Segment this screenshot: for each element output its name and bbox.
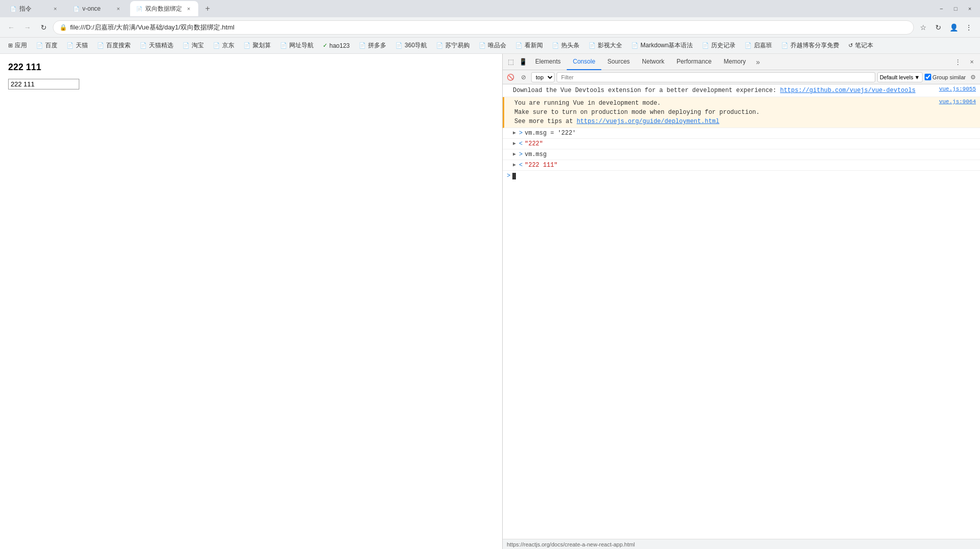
bookmark-360[interactable]: 📄 360导航 bbox=[391, 40, 431, 52]
console-context-select[interactable]: top bbox=[531, 72, 555, 82]
bookmark-nav[interactable]: 📄 网址导航 bbox=[276, 40, 318, 52]
bookmark-pinduoduo-label: 拼多多 bbox=[368, 41, 386, 50]
bookmark-apps[interactable]: ⊞ 应用 bbox=[4, 40, 31, 52]
bookmark-history[interactable]: 📄 历史记录 bbox=[698, 40, 740, 52]
address-text: file:///D:/启嘉班/大前满/Vue基础/day1/双向数据绑定.htm… bbox=[70, 23, 907, 32]
group-similar-checkbox[interactable] bbox=[925, 74, 931, 80]
tab-active[interactable]: 📄 双向数据绑定 × bbox=[130, 1, 198, 16]
bookmark-star-button[interactable]: ☆ bbox=[916, 20, 930, 35]
console-clear-button[interactable]: 🚫 bbox=[505, 72, 516, 83]
tab-performance[interactable]: Performance bbox=[670, 54, 718, 70]
vue-devtools-link[interactable]: https://github.com/vuejs/vue-devtools bbox=[780, 87, 915, 94]
bookmark-jingdong[interactable]: 📄 京东 bbox=[209, 40, 238, 52]
bookmark-qiaoyue-label: 乔越博客分享免费 bbox=[790, 41, 839, 50]
qijia-icon: 📄 bbox=[745, 42, 752, 49]
tab-close-active[interactable]: × bbox=[185, 5, 192, 13]
bookmark-pinduoduo[interactable]: 📄 拼多多 bbox=[355, 40, 390, 52]
tab-console-label: Console bbox=[573, 58, 595, 65]
tab-console[interactable]: Console bbox=[567, 54, 601, 70]
menu-button[interactable]: ⋮ bbox=[962, 20, 976, 35]
console-entry-devmode-text: You are running Vue in development mode.… bbox=[514, 99, 939, 126]
vue-devmode-file[interactable]: vue.js:9064 bbox=[939, 99, 976, 105]
tab-overflow-button[interactable]: » bbox=[752, 58, 764, 66]
expand-arrow-2[interactable]: ▶ bbox=[513, 140, 516, 146]
bookmark-vipshop[interactable]: 📄 唯品会 bbox=[475, 40, 510, 52]
qiaoyue-icon: 📄 bbox=[781, 42, 788, 49]
tab-memory[interactable]: Memory bbox=[718, 54, 752, 70]
refresh-button[interactable]: ↻ bbox=[37, 20, 51, 35]
suning-icon: 📄 bbox=[436, 42, 443, 49]
devtools-more-button[interactable]: ⋮ bbox=[952, 56, 964, 68]
vue-devtools-file[interactable]: vue.js:9055 bbox=[939, 86, 976, 92]
devtools-inspect-button[interactable]: ⬚ bbox=[505, 56, 517, 68]
tab-vonce[interactable]: 📄 v-once × bbox=[67, 1, 128, 16]
console-entry-vmmsg-get: ▶ > vm.msg bbox=[503, 149, 980, 160]
address-bar[interactable]: 🔒 file:///D:/启嘉班/大前满/Vue基础/day1/双向数据绑定.h… bbox=[53, 20, 914, 35]
close-button[interactable]: × bbox=[964, 3, 976, 15]
baidu-icon: 📄 bbox=[36, 42, 43, 49]
hao123-icon: ✓ bbox=[323, 42, 327, 49]
bookmark-notebook[interactable]: ↺ 笔记本 bbox=[844, 40, 877, 52]
console-levels-arrow: ▼ bbox=[914, 74, 920, 80]
devtools-device-button[interactable]: 📱 bbox=[517, 56, 529, 68]
console-filter-input[interactable] bbox=[557, 72, 875, 82]
tab-title-active: 双向数据绑定 bbox=[145, 5, 182, 13]
maximize-button[interactable]: □ bbox=[950, 3, 962, 15]
bookmark-baidu[interactable]: 📄 百度 bbox=[32, 40, 62, 52]
vue-deployment-link[interactable]: https://vuejs.org/guide/deployment.html bbox=[576, 118, 719, 125]
bookmark-tianmao[interactable]: 📄 天猫 bbox=[63, 40, 92, 52]
console-filter-button[interactable]: ⊘ bbox=[518, 72, 529, 83]
bookmark-toutiao[interactable]: 📄 热头条 bbox=[548, 40, 584, 52]
tab-close-zhiling[interactable]: × bbox=[52, 5, 59, 13]
tab-network[interactable]: Network bbox=[636, 54, 670, 70]
bookmark-baidu-label: 百度 bbox=[45, 41, 57, 50]
minimize-button[interactable]: − bbox=[935, 3, 947, 15]
bookmark-nav-label: 网址导航 bbox=[289, 41, 314, 50]
devtools-tab-bar: ⬚ 📱 Elements Console Sources Network Per… bbox=[503, 54, 980, 70]
tab-close-vonce[interactable]: × bbox=[115, 5, 122, 13]
devtools-close-button[interactable]: × bbox=[966, 56, 978, 68]
history-icon: 📄 bbox=[702, 42, 709, 49]
bookmark-qiaoyue[interactable]: 📄 乔越博客分享免费 bbox=[777, 40, 843, 52]
bookmark-taobao-label: 淘宝 bbox=[192, 41, 204, 50]
bookmark-taobao[interactable]: 📄 淘宝 bbox=[178, 40, 208, 52]
tab-sources[interactable]: Sources bbox=[601, 54, 636, 70]
bookmark-suning[interactable]: 📄 苏宁易购 bbox=[432, 40, 474, 52]
forward-button[interactable]: → bbox=[20, 20, 35, 35]
expand-arrow-4[interactable]: ▶ bbox=[513, 162, 516, 168]
console-levels-label: Default levels bbox=[880, 74, 913, 80]
bookmark-news[interactable]: 📄 看新闻 bbox=[511, 40, 547, 52]
tab-elements[interactable]: Elements bbox=[529, 54, 567, 70]
bookmark-markdown[interactable]: 📄 Markdown基本语法 bbox=[627, 40, 697, 52]
expand-arrow-3[interactable]: ▶ bbox=[513, 151, 516, 157]
main-area: 222 111 ⬚ 📱 Elements Console Sources Net… bbox=[0, 54, 980, 549]
bookmark-baidu-search[interactable]: 📄 百度搜索 bbox=[93, 40, 135, 52]
history-button[interactable]: ↻ bbox=[931, 20, 945, 35]
bookmark-video[interactable]: 📄 影视大全 bbox=[585, 40, 626, 52]
bookmark-qijia[interactable]: 📄 启嘉班 bbox=[741, 40, 776, 52]
console-entry-result-222-111-text: "222 111" bbox=[525, 162, 558, 169]
browser-window: 📄 指令 × 📄 v-once × 📄 双向数据绑定 × + − □ × ← →… bbox=[0, 0, 980, 549]
bookmark-tianmao-select[interactable]: 📄 天猫精选 bbox=[136, 40, 177, 52]
bookmark-hao123[interactable]: ✓ hao123 bbox=[319, 40, 354, 52]
console-output: Download the Vue Devtools extension for … bbox=[503, 84, 980, 539]
new-tab-button[interactable]: + bbox=[200, 2, 215, 16]
bookmark-juhua-label: 聚划算 bbox=[253, 41, 271, 50]
bookmark-juhua[interactable]: 📄 聚划算 bbox=[239, 40, 275, 52]
video-icon: 📄 bbox=[589, 42, 596, 49]
user-account-button[interactable]: 👤 bbox=[946, 20, 961, 35]
bookmark-hao123-label: hao123 bbox=[329, 42, 350, 49]
tab-zhiling[interactable]: 📄 指令 × bbox=[4, 1, 65, 16]
back-button[interactable]: ← bbox=[4, 20, 18, 35]
bookmark-news-label: 看新闻 bbox=[525, 41, 543, 50]
apps-icon: ⊞ bbox=[8, 42, 13, 49]
bookmark-markdown-label: Markdown基本语法 bbox=[640, 41, 693, 50]
juhua-icon: 📄 bbox=[243, 42, 251, 49]
console-prompt[interactable]: > bbox=[503, 171, 980, 181]
page-input[interactable] bbox=[8, 79, 79, 89]
console-levels-select[interactable]: Default levels ▼ bbox=[877, 72, 923, 82]
console-settings-button[interactable]: ⚙ bbox=[968, 72, 978, 82]
expand-arrow-1[interactable]: ▶ bbox=[513, 130, 516, 136]
tab-memory-label: Memory bbox=[724, 58, 746, 65]
toutiao-icon: 📄 bbox=[552, 42, 559, 49]
